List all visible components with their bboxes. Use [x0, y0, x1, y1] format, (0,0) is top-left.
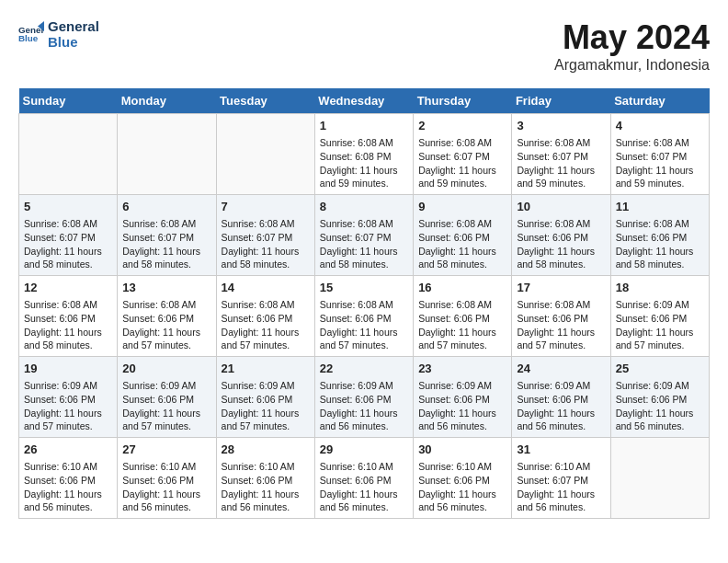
day-info-line: Daylight: 11 hours: [517, 164, 605, 178]
logo-blue: Blue: [48, 34, 99, 50]
calendar-cell: [19, 114, 118, 195]
day-info-line: and 57 minutes.: [320, 339, 408, 352]
day-info-line: Sunrise: 6:08 AM: [320, 298, 408, 312]
day-info-line: Sunset: 6:06 PM: [616, 231, 704, 245]
weekday-header-wednesday: Wednesday: [314, 88, 413, 114]
calendar-cell: 11Sunrise: 6:08 AMSunset: 6:06 PMDayligh…: [610, 195, 709, 276]
day-number: 30: [418, 442, 506, 458]
day-info-line: Daylight: 11 hours: [24, 326, 112, 339]
calendar-cell: 7Sunrise: 6:08 AMSunset: 6:07 PMDaylight…: [216, 195, 314, 276]
day-number: 3: [517, 118, 605, 134]
day-info-line: Sunrise: 6:09 AM: [122, 379, 210, 393]
day-info-line: Daylight: 11 hours: [616, 326, 704, 339]
day-info-line: Sunset: 6:07 PM: [122, 231, 210, 245]
day-info-line: Daylight: 11 hours: [418, 326, 506, 339]
calendar-cell: 26Sunrise: 6:10 AMSunset: 6:06 PMDayligh…: [19, 438, 118, 519]
day-info-line: Sunset: 6:06 PM: [320, 312, 408, 326]
calendar-week-5: 26Sunrise: 6:10 AMSunset: 6:06 PMDayligh…: [19, 438, 710, 519]
day-number: 16: [418, 280, 506, 296]
calendar-cell: 12Sunrise: 6:08 AMSunset: 6:06 PMDayligh…: [19, 276, 118, 357]
calendar-cell: 4Sunrise: 6:08 AMSunset: 6:07 PMDaylight…: [610, 114, 709, 195]
day-info-line: Daylight: 11 hours: [320, 245, 408, 259]
day-info-line: and 56 minutes.: [122, 500, 210, 514]
day-number: 24: [517, 361, 605, 377]
calendar-cell: 20Sunrise: 6:09 AMSunset: 6:06 PMDayligh…: [118, 357, 216, 438]
day-info-line: Daylight: 11 hours: [517, 245, 605, 259]
calendar-week-1: 1Sunrise: 6:08 AMSunset: 6:08 PMDaylight…: [19, 114, 710, 195]
day-info-line: and 57 minutes.: [222, 339, 310, 352]
day-info-line: and 56 minutes.: [320, 500, 408, 514]
day-number: 19: [24, 361, 112, 377]
day-info-line: Sunrise: 6:08 AM: [320, 217, 408, 231]
day-info-line: Sunrise: 6:10 AM: [517, 460, 605, 474]
day-info-line: Sunset: 6:06 PM: [320, 393, 408, 407]
calendar-cell: 22Sunrise: 6:09 AMSunset: 6:06 PMDayligh…: [314, 357, 413, 438]
day-info-line: Sunset: 6:07 PM: [418, 150, 506, 164]
calendar-cell: 21Sunrise: 6:09 AMSunset: 6:06 PMDayligh…: [216, 357, 314, 438]
day-number: 25: [616, 361, 704, 377]
day-info-line: Sunrise: 6:09 AM: [24, 379, 112, 393]
day-info-line: and 56 minutes.: [222, 500, 310, 514]
day-info-line: Sunrise: 6:10 AM: [320, 460, 408, 474]
day-info-line: and 58 minutes.: [616, 258, 704, 271]
day-number: 18: [616, 280, 704, 296]
weekday-header-tuesday: Tuesday: [216, 88, 314, 114]
logo-icon: General Blue: [18, 21, 44, 47]
day-info-line: Daylight: 11 hours: [320, 407, 408, 420]
day-info-line: Daylight: 11 hours: [320, 164, 408, 178]
day-info-line: and 56 minutes.: [616, 419, 704, 433]
day-info-line: Sunset: 6:06 PM: [122, 312, 210, 326]
day-info-line: Daylight: 11 hours: [122, 245, 210, 259]
weekday-header-monday: Monday: [118, 88, 216, 114]
day-info-line: Sunrise: 6:10 AM: [122, 460, 210, 474]
calendar-cell: 17Sunrise: 6:08 AMSunset: 6:06 PMDayligh…: [512, 276, 610, 357]
calendar-cell: 29Sunrise: 6:10 AMSunset: 6:06 PMDayligh…: [314, 438, 413, 519]
day-info-line: Sunset: 6:07 PM: [517, 150, 605, 164]
day-info-line: Daylight: 11 hours: [24, 407, 112, 420]
day-info-line: Sunrise: 6:08 AM: [222, 298, 310, 312]
day-info-line: Sunrise: 6:08 AM: [320, 136, 408, 150]
day-info-line: Daylight: 11 hours: [222, 326, 310, 339]
day-info-line: Daylight: 11 hours: [222, 245, 310, 259]
day-info-line: and 59 minutes.: [320, 177, 408, 190]
location-subtitle: Argamakmur, Indonesia: [554, 57, 710, 74]
calendar-cell: 24Sunrise: 6:09 AMSunset: 6:06 PMDayligh…: [512, 357, 610, 438]
day-info-line: Daylight: 11 hours: [122, 326, 210, 339]
day-info-line: and 56 minutes.: [517, 500, 605, 514]
day-info-line: Sunrise: 6:08 AM: [517, 298, 605, 312]
day-info-line: Sunset: 6:07 PM: [616, 150, 704, 164]
day-info-line: Sunset: 6:08 PM: [320, 150, 408, 164]
day-info-line: Sunrise: 6:10 AM: [222, 460, 310, 474]
calendar-cell: [118, 114, 216, 195]
calendar-cell: 18Sunrise: 6:09 AMSunset: 6:06 PMDayligh…: [610, 276, 709, 357]
day-info-line: Sunset: 6:07 PM: [24, 231, 112, 245]
day-info-line: Sunrise: 6:08 AM: [616, 217, 704, 231]
logo: General Blue General Blue: [18, 18, 99, 50]
day-info-line: Daylight: 11 hours: [222, 488, 310, 501]
day-info-line: Sunset: 6:06 PM: [517, 231, 605, 245]
day-info-line: Sunset: 6:06 PM: [122, 393, 210, 407]
day-number: 6: [122, 199, 210, 215]
day-info-line: Sunset: 6:06 PM: [418, 312, 506, 326]
day-number: 29: [320, 442, 408, 458]
day-info-line: and 59 minutes.: [517, 177, 605, 190]
calendar-cell: 25Sunrise: 6:09 AMSunset: 6:06 PMDayligh…: [610, 357, 709, 438]
calendar-cell: 9Sunrise: 6:08 AMSunset: 6:06 PMDaylight…: [414, 195, 512, 276]
weekday-header-sunday: Sunday: [19, 88, 118, 114]
day-info-line: Daylight: 11 hours: [122, 488, 210, 501]
day-info-line: and 56 minutes.: [418, 500, 506, 514]
day-info-line: Sunset: 6:07 PM: [222, 231, 310, 245]
day-number: 2: [418, 118, 506, 134]
calendar-cell: 19Sunrise: 6:09 AMSunset: 6:06 PMDayligh…: [19, 357, 118, 438]
day-info-line: Sunset: 6:06 PM: [616, 312, 704, 326]
weekday-header-thursday: Thursday: [414, 88, 512, 114]
calendar-cell: [610, 438, 709, 519]
day-number: 13: [122, 280, 210, 296]
day-info-line: and 57 minutes.: [418, 339, 506, 352]
weekday-header-friday: Friday: [512, 88, 610, 114]
day-info-line: Daylight: 11 hours: [517, 326, 605, 339]
calendar-cell: 5Sunrise: 6:08 AMSunset: 6:07 PMDaylight…: [19, 195, 118, 276]
day-info-line: and 57 minutes.: [122, 419, 210, 433]
calendar-week-4: 19Sunrise: 6:09 AMSunset: 6:06 PMDayligh…: [19, 357, 710, 438]
day-info-line: Sunset: 6:06 PM: [24, 474, 112, 488]
